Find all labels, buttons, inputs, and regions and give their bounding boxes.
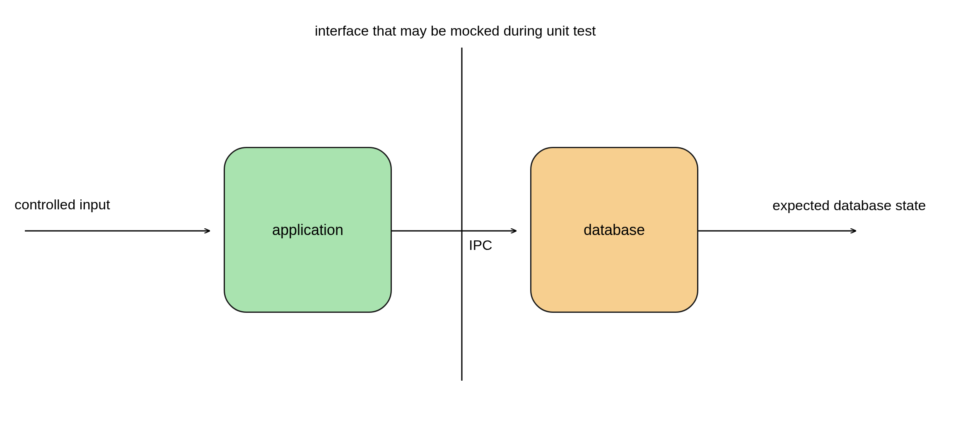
ipc-label: IPC [469,237,492,253]
connector-overlay [0,0,980,427]
application-node: application [224,147,392,313]
application-node-label: application [272,221,343,239]
input-label: controlled input [14,197,110,213]
diagram-canvas: interface that may be mocked during unit… [0,0,980,427]
database-node-label: database [584,221,645,239]
top-caption: interface that may be mocked during unit… [315,23,596,39]
output-label: expected database state [772,197,926,214]
database-node: database [530,147,698,313]
